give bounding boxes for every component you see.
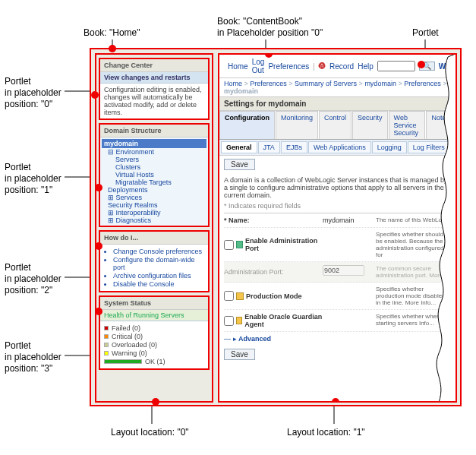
link-logout[interactable]: Log Out <box>252 58 265 74</box>
tabs-main: Configuration Monitoring Control Securit… <box>219 111 456 140</box>
welcome-label: Welcome <box>439 62 457 71</box>
tab-monitoring[interactable]: Monitoring <box>276 111 318 139</box>
tree-item-services[interactable]: ⊞ Services <box>102 194 206 201</box>
crumb[interactable]: Home <box>224 80 242 87</box>
portlet-system-status: System Status Health of Running Servers … <box>99 295 210 370</box>
label-production-mode: Production Mode <box>246 292 302 300</box>
settings-title: Settings for mydomain <box>219 96 456 111</box>
checkbox-guardian[interactable] <box>224 316 234 326</box>
tree-item-environment[interactable]: ⊟ Environment <box>102 148 206 156</box>
howdoi-link[interactable]: Disable the Console <box>113 280 204 288</box>
subtab-log-filters[interactable]: Log Filters <box>408 141 450 153</box>
help-production-mode: Specifies whether production mode disabl… <box>376 286 451 306</box>
breadcrumb: Home > Preferences > Summary of Servers … <box>219 78 456 96</box>
link-view-changes[interactable]: View changes and restarts <box>100 72 208 84</box>
domain-tree[interactable]: mydomain ⊟ Environment Servers Clusters … <box>100 137 208 226</box>
help-name: The name of this WebLogic <box>376 216 451 224</box>
tree-item-deployments[interactable]: Deployments <box>102 186 206 194</box>
checkbox-admin-port[interactable] <box>224 240 234 250</box>
tree-item-migratable[interactable]: Migratable Targets <box>102 179 206 186</box>
form-area: A domain is a collection of WebLogic Ser… <box>219 176 456 368</box>
save-button-bottom[interactable]: Save <box>224 349 255 360</box>
crumb[interactable]: Preferences <box>250 80 287 87</box>
status-row-critical: Critical (0) <box>104 333 204 340</box>
search-input[interactable] <box>377 61 415 71</box>
tree-item-clusters[interactable]: Clusters <box>102 163 206 171</box>
row-name: * Name: mydomain The name of this WebLog… <box>224 213 451 228</box>
tree-item-virtual-hosts[interactable]: Virtual Hosts <box>102 171 206 179</box>
howdoi-link[interactable]: Archive configuration files <box>113 272 204 280</box>
subtab-web-applications[interactable]: Web Applications <box>308 141 371 153</box>
howdoi-link[interactable]: Change Console preferences <box>113 248 204 255</box>
link-preferences[interactable]: Preferences <box>268 62 309 71</box>
portlet-domain-structure: Domain Structure mydomain ⊟ Environment … <box>99 123 210 227</box>
domain-description: A domain is a collection of WebLogic Ser… <box>224 176 451 199</box>
required-legend: * Indicates required fields <box>224 202 451 210</box>
callout-dot <box>109 45 116 52</box>
status-subtitle: Health of Running Servers <box>100 310 208 321</box>
advanced-toggle[interactable]: — ▸ Advanced <box>224 332 451 346</box>
label-guardian: Enable Oracle Guardian Agent <box>244 313 323 328</box>
help-admin-port-number: The common secure administration port. M… <box>376 265 451 279</box>
crumb[interactable]: mydomain <box>364 80 396 87</box>
tree-item-diagnostics[interactable]: ⊞ Diagnostics <box>102 216 206 224</box>
label-name: * Name: <box>224 216 250 224</box>
value-name: mydomain <box>323 216 376 224</box>
status-row-overloaded: Overloaded (0) <box>104 341 204 349</box>
subtabs: General JTA EJBs Web Applications Loggin… <box>219 140 456 156</box>
crumb[interactable]: Preferences <box>404 80 441 87</box>
tree-item-interop[interactable]: ⊞ Interoperability <box>102 209 206 216</box>
record-icon[interactable]: 🅐 <box>319 62 326 70</box>
link-home[interactable]: Home <box>228 62 248 71</box>
callout-dot <box>152 398 159 406</box>
subtab-jta[interactable]: JTA <box>258 141 280 153</box>
portlet-title: System Status <box>100 297 208 310</box>
portlet-change-center: Change Center View changes and restarts … <box>99 58 210 120</box>
callout-dot <box>95 308 102 315</box>
subtab-ejbs[interactable]: EJBs <box>281 141 307 153</box>
subtab-logging[interactable]: Logging <box>372 141 407 153</box>
portlet-title: How do I... <box>100 232 208 245</box>
link-help[interactable]: Help <box>358 62 374 71</box>
tab-notes[interactable]: Notes <box>426 111 455 139</box>
crumb[interactable]: Summary of Servers <box>295 80 357 87</box>
help-guardian: Specifies whether when starting servers … <box>376 313 451 328</box>
layout-location-1: Home Log Out Preferences | 🅐 Record Help… <box>218 53 457 403</box>
tab-web-service-security[interactable]: Web Service Security <box>389 111 426 139</box>
portlet-how-do-i: How do I... Change Console preferences C… <box>99 230 210 292</box>
tree-item-servers[interactable]: Servers <box>102 156 206 163</box>
label-admin-port-number: Administration Port: <box>224 265 323 279</box>
layout-location-0: Change Center View changes and restarts … <box>95 53 213 403</box>
link-record[interactable]: Record <box>329 62 354 71</box>
input-admin-port[interactable] <box>323 265 364 276</box>
tab-control[interactable]: Control <box>319 111 351 139</box>
crumb-current: mydomain <box>224 87 258 95</box>
status-row-warning: Warning (0) <box>104 349 204 357</box>
tree-item-security-realms[interactable]: Security Realms <box>102 201 206 209</box>
row-admin-port-number: Administration Port: The common secure a… <box>224 262 451 283</box>
tree-domain[interactable]: mydomain <box>102 139 206 148</box>
row-admin-port: Enable Administration Port Specifies whe… <box>224 228 451 262</box>
howdoi-link[interactable]: Configure the domain-wide port <box>113 256 204 271</box>
save-button-top[interactable]: Save <box>224 159 255 170</box>
row-guardian: Enable Oracle Guardian Agent Specifies w… <box>224 310 451 332</box>
row-production-mode: Production Mode Specifies whether produc… <box>224 283 451 310</box>
callout-dot <box>95 184 102 191</box>
callout-dot <box>91 91 99 99</box>
restart-icon <box>236 292 244 300</box>
callout-dot <box>332 398 339 403</box>
help-admin-port: Specifies whether should be enabled. Bec… <box>376 231 451 258</box>
subtab-general[interactable]: General <box>221 141 257 153</box>
restart-icon <box>236 317 242 324</box>
tab-security[interactable]: Security <box>352 111 388 139</box>
tab-configuration[interactable]: Configuration <box>219 111 275 139</box>
callout-dot <box>418 61 425 68</box>
restart-icon <box>236 241 243 248</box>
label-admin-port: Enable Administration Port <box>245 237 323 252</box>
checkbox-production-mode[interactable] <box>224 291 234 301</box>
book-home: Change Center View changes and restarts … <box>90 48 462 406</box>
status-row-ok: OK (1) <box>104 358 204 365</box>
callout-dot <box>95 242 102 250</box>
portlet-title: Domain Structure <box>100 125 208 137</box>
status-row-failed: Failed (0) <box>104 324 204 332</box>
